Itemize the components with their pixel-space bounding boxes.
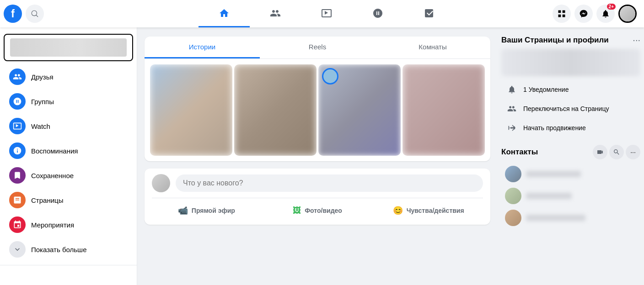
story-avatar <box>322 68 338 84</box>
contact-avatar-2 <box>505 188 521 204</box>
contacts-header: Контакты ··· <box>501 145 640 159</box>
pages-section-title: Ваши Страницы и профили <box>501 36 609 45</box>
more-icon <box>9 241 26 258</box>
post-photo-label: Фото/видео <box>305 207 342 214</box>
search-contacts-icon[interactable] <box>609 145 624 159</box>
live-icon: 📹 <box>178 206 188 216</box>
notification-badge: 2+ <box>607 4 616 10</box>
sidebar-item-pages[interactable]: Страницы <box>4 188 133 212</box>
left-sidebar: Друзья Группы Watch Воспоминания <box>0 27 137 285</box>
sidebar-item-watch[interactable]: Watch <box>4 114 133 138</box>
sidebar-item-saved[interactable]: Сохраненное <box>4 164 133 187</box>
contact-item-1[interactable] <box>501 163 640 185</box>
right-sidebar: Ваши Страницы и профили ··· 1 Уведомлени… <box>498 27 644 285</box>
contact-name-1 <box>526 171 581 177</box>
contact-item-2[interactable] <box>501 185 640 207</box>
contact-name-2 <box>526 193 572 199</box>
sidebar-item-events[interactable]: Мероприятия <box>4 213 133 237</box>
sidebar-more-label: Показать больше <box>31 246 86 253</box>
story-item-4[interactable] <box>402 64 485 156</box>
promote-icon <box>505 121 519 135</box>
sidebar-item-friends[interactable]: Друзья <box>4 65 133 89</box>
sidebar-user-profile[interactable] <box>4 34 133 61</box>
nav-tab-friends[interactable] <box>250 0 301 27</box>
main-feed: Истории Reels Комнаты <box>137 27 498 285</box>
nav-right: 2+ <box>516 5 644 23</box>
post-input-row <box>152 174 483 192</box>
nav-left: f <box>0 5 137 23</box>
feeling-icon: 😊 <box>393 206 403 216</box>
sidebar-friends-label: Друзья <box>31 73 54 81</box>
post-box: 📹 Прямой эфир 🖼 Фото/видео 😊 Чувства/дей… <box>145 169 490 225</box>
pages-icon <box>9 192 26 208</box>
messenger-button[interactable] <box>574 5 593 23</box>
nav-tab-groups[interactable] <box>352 0 403 27</box>
post-live-button[interactable]: 📹 Прямой эфир <box>152 202 261 219</box>
video-call-icon[interactable] <box>593 145 607 159</box>
post-action-buttons: 📹 Прямой эфир 🖼 Фото/видео 😊 Чувства/дей… <box>152 198 483 219</box>
more-contacts-icon[interactable]: ··· <box>626 145 640 159</box>
facebook-logo[interactable]: f <box>4 5 22 23</box>
stories-tabs: Истории Reels Комнаты <box>145 37 490 59</box>
contact-item-3[interactable] <box>501 207 640 229</box>
post-feeling-button[interactable]: 😊 Чувства/действия <box>374 202 483 219</box>
notification-label: 1 Уведомление <box>523 86 569 93</box>
story-item-3[interactable] <box>318 64 401 156</box>
tab-reels[interactable]: Reels <box>260 37 375 58</box>
contacts-title: Контакты <box>501 148 538 157</box>
sidebar-item-more[interactable]: Показать больше <box>4 238 133 261</box>
promote-item[interactable]: Начать продвижение <box>501 118 640 137</box>
sidebar-events-label: Мероприятия <box>31 221 74 229</box>
nav-center-tabs <box>137 0 516 27</box>
sidebar-groups-label: Группы <box>31 98 54 106</box>
memories-icon <box>9 142 26 159</box>
contact-avatar-1 <box>505 166 521 182</box>
events-icon <box>9 216 26 233</box>
post-feeling-label: Чувства/действия <box>407 207 464 214</box>
sidebar-memories-label: Воспоминания <box>31 147 78 155</box>
post-create-card: 📹 Прямой эфир 🖼 Фото/видео 😊 Чувства/дей… <box>145 169 490 225</box>
user-avatar[interactable] <box>618 5 637 23</box>
promote-label: Начать продвижение <box>523 124 586 132</box>
sidebar-divider <box>0 265 137 265</box>
stories-card: Истории Reels Комнаты <box>145 37 490 161</box>
sidebar-saved-label: Сохраненное <box>31 172 74 179</box>
nav-tab-home[interactable] <box>199 0 250 27</box>
photo-icon: 🖼 <box>293 206 301 216</box>
story-item-1[interactable] <box>150 64 232 156</box>
pages-blurred-card <box>501 49 640 76</box>
notification-bell-icon <box>505 83 519 96</box>
nav-tab-watch[interactable] <box>301 0 352 27</box>
post-user-avatar <box>152 174 170 192</box>
post-photo-button[interactable]: 🖼 Фото/видео <box>263 202 372 219</box>
nav-tab-pages[interactable] <box>403 0 455 27</box>
contact-avatar-3 <box>505 210 521 226</box>
story-item-2[interactable] <box>234 64 317 156</box>
contacts-section: Контакты ··· <box>501 145 640 229</box>
switch-page-icon <box>505 102 519 116</box>
sidebar-item-memories[interactable]: Воспоминания <box>4 139 133 163</box>
grid-menu-button[interactable] <box>553 5 571 23</box>
post-input-field[interactable] <box>176 174 483 192</box>
notifications-button[interactable]: 2+ <box>596 5 615 23</box>
contact-name-3 <box>526 215 585 221</box>
stories-area <box>145 59 490 161</box>
pages-more-button[interactable]: ··· <box>633 35 640 45</box>
tab-stories[interactable]: Истории <box>145 37 260 58</box>
watch-icon <box>9 118 26 134</box>
saved-icon <box>9 167 26 184</box>
groups-icon <box>9 93 26 110</box>
sidebar-pages-label: Страницы <box>31 196 63 204</box>
friends-icon <box>9 69 26 85</box>
pages-section-header: Ваши Страницы и профили ··· <box>501 35 640 45</box>
sidebar-item-groups[interactable]: Группы <box>4 90 133 113</box>
sidebar-watch-label: Watch <box>31 122 50 130</box>
top-navigation: f 2+ <box>0 0 644 27</box>
switch-page-item[interactable]: Переключиться на Страницу <box>501 99 640 118</box>
post-live-label: Прямой эфир <box>192 207 235 214</box>
search-button[interactable] <box>26 5 44 23</box>
main-layout: Друзья Группы Watch Воспоминания <box>0 27 644 285</box>
contacts-action-icons: ··· <box>593 145 640 159</box>
tab-rooms[interactable]: Комнаты <box>375 37 490 58</box>
notification-item[interactable]: 1 Уведомление <box>501 80 640 99</box>
